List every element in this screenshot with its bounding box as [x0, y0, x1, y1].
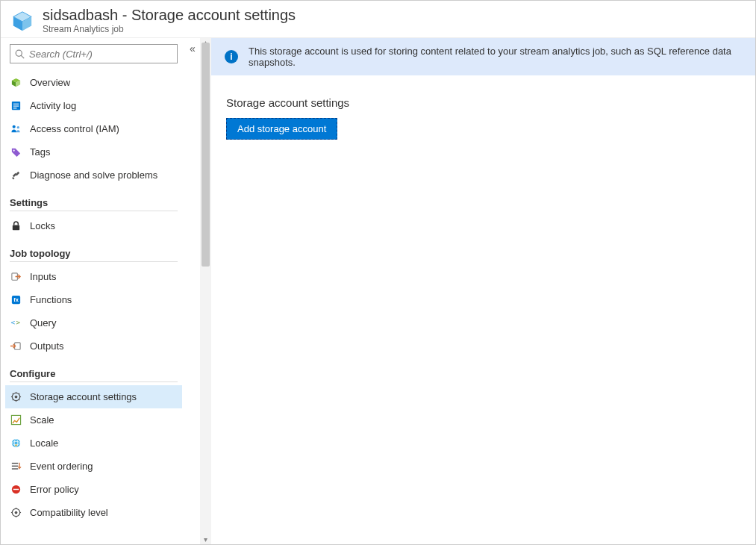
- access-control-icon: [10, 122, 22, 135]
- sidebar-collapse-button[interactable]: «: [190, 43, 196, 54]
- lock-icon: [10, 219, 22, 232]
- info-icon: i: [225, 50, 238, 63]
- scale-icon: [10, 414, 22, 426]
- sidebar-item-label: Error policy: [30, 484, 79, 495]
- search-input[interactable]: [29, 49, 172, 60]
- sidebar-item-label: Scale: [30, 414, 54, 426]
- sidebar-item-label: Activity log: [30, 100, 76, 111]
- sidebar-item-event-ordering[interactable]: Event ordering: [5, 455, 182, 478]
- event-ordering-icon: [10, 460, 22, 473]
- svg-text:>: >: [16, 318, 21, 326]
- sidebar-item-inputs[interactable]: Inputs: [5, 265, 182, 288]
- sidebar-column: Overview Activity log Access control (IA…: [1, 38, 200, 544]
- svg-point-14: [13, 150, 15, 152]
- info-banner: i This storage account is used for stori…: [211, 38, 755, 75]
- svg-rect-38: [12, 466, 18, 467]
- sidebar-item-diagnose[interactable]: Diagnose and solve problems: [5, 164, 182, 187]
- sidebar-scrollbar[interactable]: ▴ ▾: [200, 38, 211, 544]
- sidebar-item-access-control[interactable]: Access control (IAM): [5, 117, 182, 140]
- scrollbar-thumb[interactable]: [202, 43, 210, 267]
- svg-text:<: <: [10, 318, 15, 326]
- sidebar-item-storage-account-settings[interactable]: Storage account settings: [5, 385, 182, 408]
- sidebar-item-locale[interactable]: Locale: [5, 432, 182, 455]
- resource-icon: [11, 10, 34, 32]
- main-content: i This storage account is used for stori…: [211, 38, 755, 544]
- svg-line-30: [19, 399, 19, 400]
- sidebar-item-label: Locale: [30, 437, 58, 449]
- svg-rect-16: [13, 225, 19, 231]
- section-title: Storage account settings: [226, 96, 740, 109]
- svg-rect-41: [13, 489, 19, 490]
- functions-icon: fx: [10, 293, 22, 306]
- sidebar-item-label: Diagnose and solve problems: [30, 169, 157, 181]
- scroll-down-icon[interactable]: ▾: [200, 535, 211, 544]
- sidebar-item-label: Outputs: [30, 340, 64, 352]
- sidebar-item-label: Compatibility level: [30, 507, 108, 518]
- sidebar-item-label: Storage account settings: [30, 391, 137, 402]
- svg-point-34: [12, 439, 20, 447]
- svg-text:fx: fx: [13, 296, 19, 303]
- sidebar-header-configure: Configure: [10, 368, 178, 382]
- sidebar-item-query[interactable]: <> Query: [5, 311, 182, 334]
- sidebar-item-error-policy[interactable]: Error policy: [5, 478, 182, 501]
- sidebar-item-label: Tags: [30, 146, 50, 158]
- sidebar-item-compatibility-level[interactable]: Compatibility level: [5, 501, 182, 524]
- tags-icon: [10, 146, 22, 158]
- sidebar-item-label: Overview: [30, 77, 70, 88]
- svg-rect-39: [12, 468, 18, 469]
- svg-rect-9: [13, 104, 19, 105]
- sidebar-item-label: Locks: [30, 220, 55, 231]
- sidebar-item-outputs[interactable]: Outputs: [5, 334, 182, 358]
- sidebar-search[interactable]: [10, 44, 178, 63]
- sidebar-item-label: Functions: [30, 294, 72, 305]
- sidebar-header-settings: Settings: [10, 197, 178, 211]
- svg-line-29: [13, 393, 13, 394]
- window-frame: sidsadbash - Storage account settings St…: [0, 0, 756, 545]
- sidebar-item-overview[interactable]: Overview: [5, 71, 182, 94]
- svg-point-24: [15, 396, 18, 399]
- svg-rect-15: [12, 177, 14, 179]
- svg-line-4: [21, 55, 24, 58]
- svg-point-43: [15, 511, 18, 514]
- svg-point-12: [13, 125, 16, 128]
- svg-line-31: [13, 399, 13, 400]
- sidebar-item-label: Access control (IAM): [30, 123, 119, 134]
- outputs-icon: [10, 340, 22, 352]
- locale-icon: [10, 437, 22, 449]
- svg-rect-10: [13, 106, 19, 107]
- page-subtitle: Stream Analytics job: [43, 24, 296, 34]
- body-region: Overview Activity log Access control (IA…: [1, 38, 755, 544]
- sidebar: Overview Activity log Access control (IA…: [1, 38, 185, 544]
- svg-rect-37: [12, 463, 18, 464]
- sidebar-item-activity-log[interactable]: Activity log: [5, 94, 182, 117]
- add-storage-account-button[interactable]: Add storage account: [226, 118, 337, 140]
- inputs-icon: [10, 270, 22, 283]
- sidebar-item-label: Inputs: [30, 271, 56, 282]
- page-header: sidsadbash - Storage account settings St…: [1, 1, 755, 38]
- diagnose-icon: [10, 169, 22, 181]
- error-policy-icon: [10, 483, 22, 496]
- compat-icon: [10, 506, 22, 519]
- search-icon: [15, 49, 25, 59]
- page-title: sidsadbash - Storage account settings: [43, 7, 296, 24]
- sidebar-item-label: Query: [30, 317, 56, 328]
- activity-log-icon: [10, 99, 22, 112]
- svg-point-13: [17, 126, 19, 128]
- sidebar-item-locks[interactable]: Locks: [5, 214, 182, 237]
- svg-line-32: [19, 393, 19, 394]
- sidebar-item-functions[interactable]: fx Functions: [5, 288, 182, 311]
- overview-icon: [10, 76, 22, 89]
- sidebar-item-label: Event ordering: [30, 461, 93, 472]
- gear-icon: [10, 390, 22, 403]
- sidebar-item-tags[interactable]: Tags: [5, 140, 182, 164]
- sidebar-item-scale[interactable]: Scale: [5, 408, 182, 432]
- svg-rect-11: [13, 108, 17, 108]
- query-icon: <>: [10, 317, 22, 329]
- info-banner-text: This storage account is used for storing…: [249, 46, 742, 68]
- sidebar-header-topology: Job topology: [10, 248, 178, 262]
